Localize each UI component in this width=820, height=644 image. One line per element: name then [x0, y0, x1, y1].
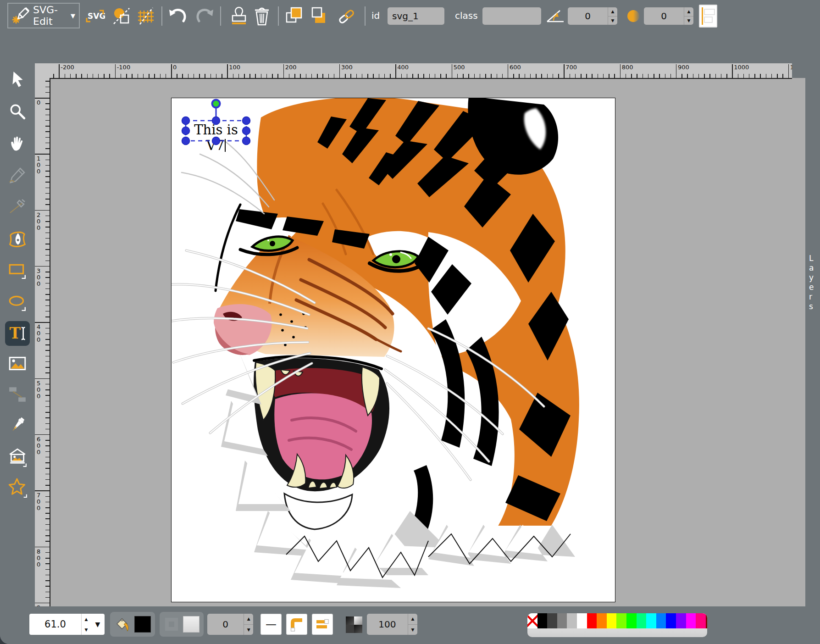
stroke-linejoin-button[interactable]: [286, 614, 307, 635]
stroke-width-field[interactable]: ▲▼: [207, 614, 253, 635]
palette-swatch-#ffffff[interactable]: [577, 613, 587, 628]
palette-swatch-#bfbfbf[interactable]: [567, 613, 577, 628]
bottom-toolbar: 61.0 ▲▼ ▼ ▲▼ —: [0, 606, 820, 644]
layers-panel-label: L a y e r s: [809, 254, 814, 311]
tool-pan[interactable]: [5, 131, 30, 155]
palette-swatch-#7f00ff[interactable]: [676, 613, 686, 628]
zoom-value: 61.0: [29, 619, 81, 630]
palette-swatch-#ff00ff[interactable]: [686, 613, 696, 628]
clone-button[interactable]: [228, 6, 249, 27]
tool-rectangle[interactable]: [5, 258, 30, 283]
blur-icon: [623, 6, 644, 27]
toolbar-separator: [161, 6, 162, 26]
main-menu-label: SVG-Edit: [33, 4, 67, 27]
stroke-linecap-button[interactable]: [312, 614, 333, 635]
svg-text:T: T: [9, 324, 21, 342]
undo-button[interactable]: [168, 6, 189, 27]
blur-field[interactable]: ▲▼: [644, 7, 693, 25]
class-field[interactable]: [482, 7, 541, 25]
tool-line[interactable]: [5, 194, 30, 219]
layers-panel-toggle[interactable]: L a y e r s: [805, 63, 820, 606]
rotation-angle-icon: [545, 6, 566, 27]
svg-edit-logo-icon: [12, 6, 30, 25]
rotation-grip[interactable]: [212, 100, 220, 108]
id-field[interactable]: [388, 7, 444, 25]
selection-overlay: [172, 98, 615, 602]
id-input[interactable]: [388, 7, 444, 25]
tool-text[interactable]: T: [5, 321, 30, 346]
id-label: id: [371, 10, 380, 21]
align-panel-button[interactable]: [699, 5, 717, 28]
opacity-spinner[interactable]: ▲▼: [408, 614, 417, 635]
blur-input[interactable]: [644, 7, 684, 25]
palette-swatch-#7f0000[interactable]: [706, 613, 707, 628]
palette-swatch-#ff7f00[interactable]: [597, 613, 607, 628]
class-input[interactable]: [482, 7, 541, 25]
rotation-input[interactable]: [568, 7, 608, 25]
tool-path[interactable]: [5, 227, 30, 251]
redo-button[interactable]: [194, 6, 215, 27]
palette-swatch-#ff0000[interactable]: [587, 613, 597, 628]
chevron-down-icon: ▼: [71, 12, 75, 19]
opacity-input[interactable]: [367, 614, 408, 635]
zoom-dropdown-caret-icon[interactable]: ▼: [91, 621, 105, 628]
zoom-spinner[interactable]: ▲▼: [81, 614, 91, 635]
palette-swatch-#7f7f7f[interactable]: [557, 613, 567, 628]
stroke-dash-button[interactable]: —: [260, 614, 282, 635]
color-palette: [527, 613, 707, 637]
tool-pencil[interactable]: [5, 163, 30, 188]
delete-button[interactable]: [251, 6, 272, 27]
tool-connector[interactable]: [5, 382, 30, 407]
stroke-width-input[interactable]: [207, 614, 244, 635]
palette-swatch-#3f3f3f[interactable]: [547, 613, 557, 628]
tool-eyedropper[interactable]: [5, 413, 30, 438]
ruler-left: 01 0 02 0 03 0 04 0 05 0 06 0 07 0 08 0 …: [35, 78, 50, 606]
tool-image[interactable]: [5, 351, 30, 376]
opacity-field[interactable]: ▲▼: [367, 614, 417, 635]
tool-star[interactable]: [5, 475, 30, 500]
main-menu-button[interactable]: SVG-Edit ▼: [7, 3, 80, 28]
grid-button[interactable]: [136, 6, 157, 27]
zoom-control[interactable]: 61.0 ▲▼ ▼: [29, 614, 105, 635]
fill-color-swatch[interactable]: [134, 616, 151, 633]
make-link-button[interactable]: [337, 6, 358, 27]
fill-color-group: [110, 612, 155, 637]
stroke-color-group: [160, 612, 204, 637]
move-to-back-button[interactable]: [309, 6, 330, 27]
blur-spinner[interactable]: ▲▼: [684, 7, 693, 25]
palette-swatch-#7fff00[interactable]: [616, 613, 626, 628]
tools-sidebar: T: [0, 63, 35, 606]
svg-edit-app: SVG-Edit ▼ SVG: [0, 0, 820, 644]
toolbar-separator: [278, 6, 279, 26]
palette-swatch-#ff007f[interactable]: [696, 613, 706, 628]
palette-swatch-#007fff[interactable]: [656, 613, 666, 628]
text-toolbar: x ▲▼ y ▲▼ B i abcd abcd abcd Font: Serif…: [0, 32, 820, 63]
source-editor-button[interactable]: SVG: [84, 6, 105, 27]
palette-swatch-#00ff00[interactable]: [626, 613, 637, 628]
stroke-ring-icon: [164, 616, 179, 632]
shape-image-button[interactable]: [111, 6, 132, 27]
palette-swatch-#0000ff[interactable]: [666, 613, 676, 628]
stroke-color-swatch[interactable]: [183, 616, 199, 633]
tool-ellipse[interactable]: [5, 290, 30, 315]
ruler-top: -200-10001002003004005006007008009001000…: [50, 63, 792, 79]
rotation-field[interactable]: ▲▼: [568, 7, 617, 25]
palette-swatch-#00ffff[interactable]: [646, 613, 656, 628]
palette-swatch-#ffff00[interactable]: [607, 613, 617, 628]
palette-swatch-#00ff7f[interactable]: [637, 613, 647, 628]
rotation-spinner[interactable]: ▲▼: [608, 7, 617, 25]
toolbar-separator: [220, 6, 221, 26]
main-toolbar: SVG-Edit ▼ SVG: [0, 0, 820, 32]
svg-canvas[interactable]: This is V7: [171, 98, 615, 602]
palette-swatch-#000000[interactable]: [537, 613, 548, 628]
svg-text:SVG: SVG: [88, 11, 105, 21]
palette-swatch-none[interactable]: [527, 613, 537, 628]
stroke-width-spinner[interactable]: ▲▼: [244, 614, 253, 635]
ruler-corner: [35, 63, 50, 78]
class-label: class: [455, 10, 478, 21]
tool-shape-library[interactable]: [5, 445, 30, 470]
move-to-front-button[interactable]: [284, 6, 305, 27]
dash-style-glyph: —: [266, 618, 277, 631]
tool-zoom[interactable]: [5, 99, 30, 124]
tool-select[interactable]: [5, 67, 30, 92]
